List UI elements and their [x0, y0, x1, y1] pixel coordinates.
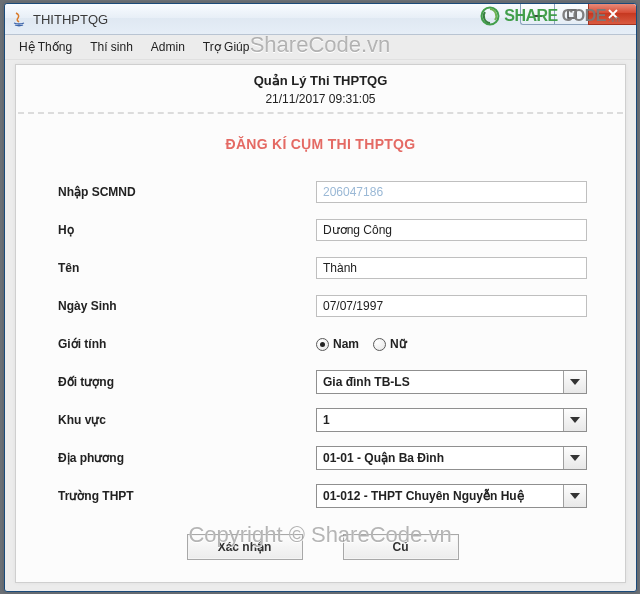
svg-marker-7: [570, 493, 580, 499]
window-controls: [520, 4, 636, 26]
header-block: Quản Lý Thi THPTQG 21/11/2017 09:31:05: [18, 65, 623, 114]
menu-tro-giup[interactable]: Trợ Giúp: [195, 37, 258, 57]
input-scmnd[interactable]: [316, 181, 587, 203]
datetime-label: 21/11/2017 09:31:05: [18, 92, 623, 106]
menu-bar: Hệ Thống Thí sinh Admin Trợ Giúp: [5, 35, 636, 60]
maximize-icon: [567, 9, 577, 19]
minimize-icon: [533, 9, 543, 19]
radio-icon: [316, 338, 329, 351]
form-title: ĐĂNG KÍ CỤM THI THPTQG: [16, 136, 625, 152]
label-truong: Trường THPT: [58, 489, 316, 503]
label-scmnd: Nhập SCMND: [58, 185, 316, 199]
label-khuvuc: Khu vực: [58, 413, 316, 427]
reset-button[interactable]: Cũ: [343, 534, 459, 560]
select-diaphuong-value: 01-01 - Quận Ba Đình: [317, 447, 563, 469]
svg-marker-5: [570, 417, 580, 423]
select-diaphuong[interactable]: 01-01 - Quận Ba Đình: [316, 446, 587, 470]
svg-marker-6: [570, 455, 580, 461]
radio-nu[interactable]: Nữ: [373, 337, 407, 351]
menu-admin[interactable]: Admin: [143, 37, 193, 57]
radio-nu-label: Nữ: [390, 337, 407, 351]
svg-marker-4: [570, 379, 580, 385]
window-title: THITHPTQG: [33, 12, 108, 27]
label-ten: Tên: [58, 261, 316, 275]
title-bar[interactable]: THITHPTQG: [5, 4, 636, 35]
select-doituong[interactable]: Gia đình TB-LS: [316, 370, 587, 394]
label-diaphuong: Địa phương: [58, 451, 316, 465]
menu-thi-sinh[interactable]: Thí sinh: [82, 37, 141, 57]
radio-icon: [373, 338, 386, 351]
select-khuvuc-value: 1: [317, 409, 563, 431]
minimize-button[interactable]: [520, 4, 554, 25]
label-gioitinh: Giới tính: [58, 337, 316, 351]
chevron-down-icon: [563, 409, 586, 431]
chevron-down-icon: [563, 371, 586, 393]
svg-rect-1: [568, 10, 576, 18]
label-ho: Họ: [58, 223, 316, 237]
confirm-button[interactable]: Xác nhận: [187, 534, 303, 560]
maximize-button[interactable]: [554, 4, 588, 25]
label-doituong: Đối tượng: [58, 375, 316, 389]
close-button[interactable]: [588, 4, 636, 25]
button-row: Xác nhận Cũ: [58, 534, 587, 560]
menu-he-thong[interactable]: Hệ Thống: [11, 37, 80, 57]
radio-nam-label: Nam: [333, 337, 359, 351]
select-truong-value: 01-012 - THPT Chuyên Nguyễn Huệ: [317, 485, 563, 507]
select-truong[interactable]: 01-012 - THPT Chuyên Nguyễn Huệ: [316, 484, 587, 508]
label-ngaysinh: Ngày Sinh: [58, 299, 316, 313]
registration-form: Nhập SCMND Họ Tên Ngày Sinh: [16, 180, 625, 560]
input-ho[interactable]: [316, 219, 587, 241]
gender-radio-group: Nam Nữ: [316, 337, 587, 351]
radio-nam[interactable]: Nam: [316, 337, 359, 351]
content-panel: Quản Lý Thi THPTQG 21/11/2017 09:31:05 Đ…: [15, 64, 626, 583]
app-title: Quản Lý Thi THPTQG: [18, 73, 623, 88]
input-ngaysinh[interactable]: [316, 295, 587, 317]
close-icon: [607, 9, 619, 19]
select-doituong-value: Gia đình TB-LS: [317, 371, 563, 393]
java-icon: [11, 11, 27, 27]
svg-rect-0: [534, 15, 542, 17]
input-ten[interactable]: [316, 257, 587, 279]
app-window: THITHPTQG Hệ Thống Thí sinh Admin Trợ Gi…: [4, 3, 637, 592]
chevron-down-icon: [563, 485, 586, 507]
chevron-down-icon: [563, 447, 586, 469]
select-khuvuc[interactable]: 1: [316, 408, 587, 432]
